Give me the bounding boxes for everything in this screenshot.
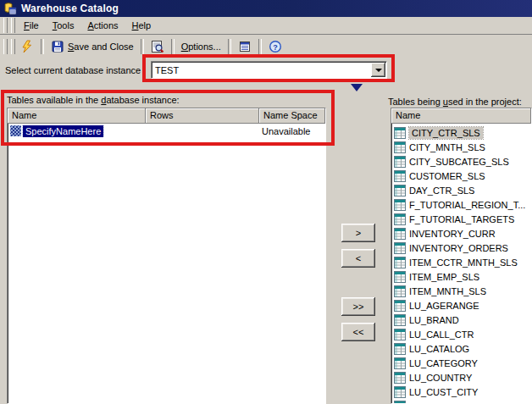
list-item[interactable]: INVENTORY_ORDERS (391, 241, 531, 255)
list-item[interactable]: LU_CUST_CITY (391, 385, 531, 399)
available-tables-header: NameRowsName Space (8, 108, 325, 124)
table-grid-icon (394, 285, 406, 297)
project-tables-list[interactable]: Name CITY_CTR_SLSCITY_MNTH_SLSCITY_SUBCA… (391, 108, 532, 404)
list-item-label: CUSTOMER_SLS (409, 171, 485, 181)
list-item-label: CITY_SUBCATEG_SLS (409, 157, 509, 167)
table-grid-icon (394, 372, 406, 384)
table-grid-icon (394, 401, 406, 404)
table-grid-icon (394, 242, 406, 254)
window-table-icon (238, 40, 252, 53)
options-label: Options... (181, 42, 221, 52)
warehouse-catalog-window: Warehouse Catalog FileToolsActionsHelp (0, 0, 532, 404)
table-grid-icon (394, 271, 406, 283)
list-item-label: INVENTORY_CURR (409, 229, 496, 239)
move-right-button[interactable]: > (341, 224, 375, 242)
save-and-close-button[interactable]: Save and Close (47, 38, 137, 55)
table-grid-icon (394, 343, 406, 355)
available-tables-list[interactable]: NameRowsName Space SpecifyNameHereUnavai… (7, 108, 326, 404)
available-tables-label: Tables available in the database instanc… (7, 95, 180, 105)
table-grid-icon (394, 386, 406, 398)
list-item[interactable]: LU_BRAND (391, 313, 531, 327)
menu-item-actions[interactable]: Actions (80, 19, 125, 32)
menu-item-file[interactable]: File (17, 19, 46, 32)
list-item-label: LU_AGERANGE (409, 301, 479, 311)
table-grid-icon (394, 257, 406, 268)
table-name-cell: SpecifyNameHere (8, 125, 146, 137)
database-instance-select[interactable]: TEST (151, 61, 387, 79)
options-button[interactable]: Options... (178, 40, 224, 53)
move-left-button[interactable]: < (341, 249, 375, 268)
window-title: Warehouse Catalog (21, 3, 119, 14)
list-item-label: LU_BRAND (409, 315, 459, 325)
combo-dropdown-button[interactable] (371, 63, 385, 77)
svg-text:?: ? (273, 42, 278, 51)
list-item[interactable]: ITEM_CCTR_MNTH_SLS (391, 255, 531, 269)
toolbar-separator (228, 39, 231, 54)
list-item[interactable]: LU_AGERANGE (391, 298, 531, 313)
title-bar: Warehouse Catalog (0, 0, 532, 17)
table-grid-icon (394, 329, 406, 340)
project-tables-body: CITY_CTR_SLSCITY_MNTH_SLSCITY_SUBCATEG_S… (391, 124, 531, 404)
list-item[interactable]: LU_CATALOG (391, 341, 531, 356)
chevron-down-icon (375, 69, 382, 72)
list-item[interactable]: LU_CUST_REGION (391, 399, 531, 404)
column-header-name[interactable]: Name (391, 108, 531, 124)
list-item[interactable]: F_TUTORIAL_REGION_T... (391, 197, 531, 212)
toolbar-grip[interactable] (11, 39, 15, 54)
toolbar-separator (171, 39, 175, 54)
list-item[interactable]: F_TUTORIAL_TARGETS (391, 212, 531, 226)
table-grid-icon (394, 228, 406, 240)
toolbar-separator (41, 39, 44, 54)
table-grid-icon (394, 300, 406, 312)
list-item-label: F_TUTORIAL_TARGETS (409, 214, 514, 224)
list-item[interactable]: LU_COUNTRY (391, 370, 531, 385)
column-header-name[interactable]: Name (8, 108, 146, 124)
lightning-icon (20, 40, 34, 53)
menu-grip[interactable] (11, 18, 15, 33)
list-item[interactable]: CITY_MNTH_SLS (391, 140, 531, 154)
column-header-name-space[interactable]: Name Space (259, 108, 325, 124)
menu-item-tools[interactable]: Tools (46, 19, 81, 32)
list-item-label: ITEM_EMP_SLS (409, 272, 479, 282)
list-item-label: CITY_MNTH_SLS (409, 142, 485, 152)
menu-grip[interactable] (3, 18, 8, 33)
list-item[interactable]: LU_CALL_CTR (391, 327, 531, 341)
list-item[interactable]: CUSTOMER_SLS (391, 169, 531, 183)
save-and-close-label: Save and Close (68, 42, 134, 52)
execute-button[interactable] (17, 38, 37, 55)
menu-bar: FileToolsActionsHelp (0, 17, 532, 35)
preview-button[interactable] (147, 38, 168, 55)
table-view-button[interactable] (235, 38, 255, 55)
warehouse-app-icon (3, 2, 17, 15)
help-button[interactable]: ? (265, 38, 285, 55)
table-grid-icon (394, 357, 406, 369)
list-item[interactable]: ITEM_EMP_SLS (391, 269, 531, 284)
list-item[interactable]: INVENTORY_CURR (391, 226, 531, 241)
project-tables-label: Tables being used in the project: (388, 97, 522, 107)
table-grid-icon (394, 141, 406, 153)
table-icon (10, 125, 21, 136)
menu-item-help[interactable]: Help (125, 19, 158, 32)
list-item-label: LU_CATEGORY (409, 358, 478, 368)
list-item[interactable]: CITY_CTR_SLS (391, 125, 531, 140)
table-grid-icon (394, 213, 406, 225)
move-all-left-button[interactable]: << (341, 323, 375, 341)
database-instance-value: TEST (152, 65, 371, 75)
list-item[interactable]: CITY_SUBCATEG_SLS (391, 154, 531, 169)
move-all-right-button[interactable]: >> (341, 297, 375, 316)
table-grid-icon (394, 199, 406, 211)
column-header-rows[interactable]: Rows (146, 108, 259, 124)
list-item[interactable]: ITEM_MNTH_SLS (391, 284, 531, 298)
magnifier-document-icon (151, 40, 164, 53)
list-item[interactable]: DAY_CTR_SLS (391, 183, 531, 197)
table-row[interactable]: SpecifyNameHereUnavailable (8, 124, 325, 138)
list-item-label: F_TUTORIAL_REGION_T... (409, 200, 525, 210)
list-item-label: LU_CATALOG (409, 344, 469, 354)
toolbar-grip[interactable] (3, 39, 8, 54)
menu-bar-items: FileToolsActionsHelp (17, 19, 158, 32)
help-circle-icon: ? (269, 40, 282, 53)
table-grid-icon (394, 127, 406, 139)
list-item[interactable]: LU_CATEGORY (391, 356, 531, 370)
list-item-label: LU_CUST_CITY (409, 387, 478, 397)
list-item-label: INVENTORY_ORDERS (409, 243, 508, 253)
